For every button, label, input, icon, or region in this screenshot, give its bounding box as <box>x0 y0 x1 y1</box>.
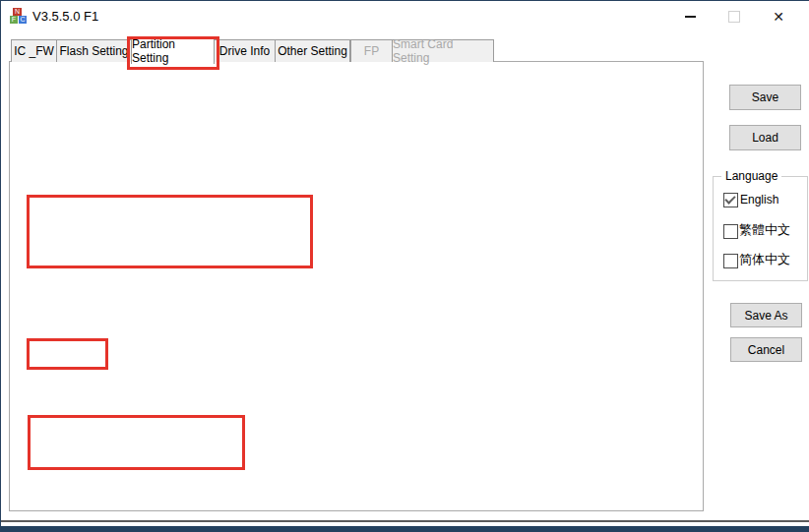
save-as-button[interactable]: Save As <box>730 303 802 327</box>
maximize-button <box>713 1 756 31</box>
save-button[interactable]: Save <box>729 85 801 110</box>
language-group-title: Language <box>721 169 781 183</box>
tab-smart-card-setting: Smart Card Setting <box>392 39 494 62</box>
cancel-button[interactable]: Cancel <box>730 337 802 362</box>
tab-drive-info[interactable]: Drive Info <box>214 39 276 62</box>
tab-ic-fw[interactable]: IC _FW <box>11 39 57 62</box>
language-simplified-label: 简体中文 <box>739 253 790 266</box>
minimize-icon <box>685 16 696 18</box>
window-frame-bottom <box>1 526 809 532</box>
close-button[interactable]: ✕ <box>757 1 800 31</box>
language-traditional-checkbox[interactable] <box>723 224 738 239</box>
maximize-icon <box>728 11 740 23</box>
tab-partition-setting[interactable]: Partition Setting <box>131 36 215 64</box>
minimize-button[interactable] <box>668 1 712 31</box>
language-group: Language English 繁體中文 简体中文 <box>713 176 808 281</box>
window-frame-line <box>1 520 809 522</box>
window-title: V3.5.5.0 F1 <box>32 10 98 24</box>
language-traditional-label: 繁體中文 <box>739 223 790 237</box>
load-button[interactable]: Load <box>729 125 801 150</box>
partition-setting-panel <box>9 61 704 511</box>
language-english-checkbox[interactable] <box>723 193 738 207</box>
language-english-label: English <box>740 193 778 207</box>
app-icon: N F C <box>10 8 28 25</box>
tab-flash-setting[interactable]: Flash Setting <box>56 39 132 62</box>
tab-fp: FP <box>350 39 393 62</box>
app-window: N F C V3.5.5.0 F1 ✕ IC _FW Flash Setting… <box>0 0 809 532</box>
language-simplified-checkbox[interactable] <box>723 254 738 268</box>
titlebar: N F C V3.5.5.0 F1 ✕ <box>1 1 809 32</box>
close-icon: ✕ <box>773 9 784 25</box>
tab-other-setting[interactable]: Other Setting <box>275 39 350 62</box>
